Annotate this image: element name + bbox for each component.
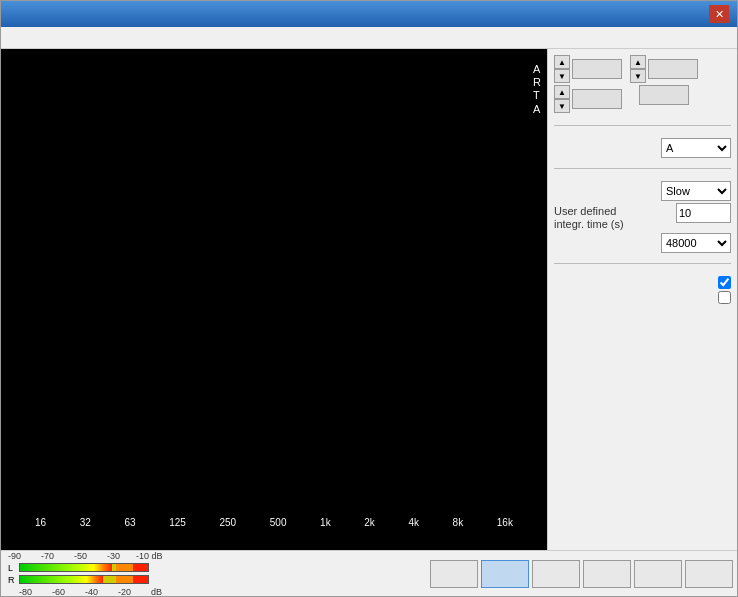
meter-R-label: R [8,575,16,585]
show-specific-checkbox[interactable] [718,291,731,304]
time-dropdown[interactable]: Slow Fast Impulse [661,181,731,201]
x-label-16: 16 [35,517,46,528]
range-down-arrow[interactable]: ▼ [630,69,646,83]
tick-m50: -50 [74,551,87,561]
menu-setup[interactable] [65,37,73,39]
chart-container: ARTA [5,53,543,514]
menu-file[interactable] [5,37,13,39]
meter-L-label: L [8,563,16,573]
user-defined-input[interactable] [676,203,731,223]
freq-weighting-row: A B C Z [554,138,731,158]
main-area: ARTA 16 32 63 125 250 500 1k 2k 4k 8k 16… [1,49,737,550]
bw-button[interactable] [634,560,682,588]
tick-m30: -30 [107,551,120,561]
divider-3 [554,263,731,264]
chart-info-bar [5,530,543,546]
show-specific-row [554,291,731,304]
stop-button[interactable] [481,560,529,588]
x-label-1k: 1k [320,517,331,528]
action-buttons [171,560,733,588]
chart-x-labels: 16 32 63 125 250 500 1k 2k 4k 8k 16k [5,514,543,530]
fit-arrows: ▲ ▼ [554,85,570,113]
top-up-arrow[interactable]: ▲ [554,55,570,69]
top-down-arrow[interactable]: ▼ [554,69,570,83]
menu-overlay[interactable] [25,37,33,39]
meter-L-row: L [8,563,163,573]
tick-m40: -40 [85,587,98,597]
freq-weighting-dropdown[interactable]: A B C Z [661,138,731,158]
set-button[interactable] [639,85,689,105]
range-spin: ▲ ▼ [630,55,698,83]
meter-L-track [19,563,149,572]
fit-spin: ▲ ▼ [554,85,622,113]
divider-2 [554,168,731,169]
chart-canvas [5,53,543,514]
x-label-8k: 8k [453,517,464,528]
x-label-500: 500 [270,517,287,528]
top-controls: ▲ ▼ ▲ ▼ [554,55,731,113]
timing-section: Slow Fast Impulse User definedintegr. ti… [554,177,731,255]
dbfs-meters: -90 -70 -50 -30 -10 dB L R [8,551,163,597]
main-window: ✕ ARTA 16 32 63 125 250 500 1k [0,0,738,597]
time-row: Slow Fast Impulse [554,181,731,201]
x-label-16k: 16k [497,517,513,528]
fit-up-arrow[interactable]: ▲ [554,85,570,99]
pink-noise-button[interactable] [532,560,580,588]
x-label-63: 63 [124,517,135,528]
range-control-group: ▲ ▼ [630,55,698,105]
meter-R-row: R [8,575,163,585]
tick-m90: -90 [8,551,21,561]
set-row [639,85,689,105]
tick-m20: -20 [118,587,131,597]
user-defined-row: User definedintegr. time (s) [554,203,731,231]
sampling-rate-dropdown[interactable]: 48000 44100 96000 [661,233,731,253]
meter-R-track [19,575,149,584]
record-reset-button[interactable] [430,560,478,588]
overlay-button[interactable] [583,560,631,588]
top-arrows: ▲ ▼ [554,55,570,83]
range-arrows: ▲ ▼ [630,55,646,83]
meter-bottom-ticks: -80 -60 -40 -20 dB [8,587,163,597]
range-button[interactable] [648,59,698,79]
copy-button[interactable] [685,560,733,588]
range-up-arrow[interactable]: ▲ [630,55,646,69]
chart-area: ARTA 16 32 63 125 250 500 1k 2k 4k 8k 16… [1,49,547,550]
meter-top-ticks: -90 -70 -50 -30 -10 dB [8,551,163,561]
bottom-bar: -90 -70 -50 -30 -10 dB L R [1,550,737,596]
top-spin: ▲ ▼ [554,55,622,83]
fit-down-arrow[interactable]: ▼ [554,99,570,113]
tick-db: dB [151,587,162,597]
spl-section: A B C Z [554,134,731,160]
x-label-125: 125 [169,517,186,528]
diffuse-field-row [554,276,731,289]
loudness-section [554,272,731,306]
x-label-2k: 2k [364,517,375,528]
tick-m80: -80 [19,587,32,597]
close-button[interactable]: ✕ [709,5,729,23]
sampling-rate-row: 48000 44100 96000 [554,233,731,253]
right-panel: ▲ ▼ ▲ ▼ [547,49,737,550]
title-bar: ✕ [1,1,737,27]
x-label-4k: 4k [408,517,419,528]
menu-edit[interactable] [45,37,53,39]
tick-m70: -70 [41,551,54,561]
diffuse-field-checkbox[interactable] [718,276,731,289]
divider-1 [554,125,731,126]
x-label-32: 32 [80,517,91,528]
x-label-250: 250 [220,517,237,528]
top-control-group: ▲ ▼ ▲ ▼ [554,55,622,113]
tick-m60: -60 [52,587,65,597]
menu-bar [1,27,737,49]
fit-button[interactable] [572,89,622,109]
top-button[interactable] [572,59,622,79]
tick-m10: -10 dB [136,551,163,561]
user-defined-label: User definedintegr. time (s) [554,205,624,231]
